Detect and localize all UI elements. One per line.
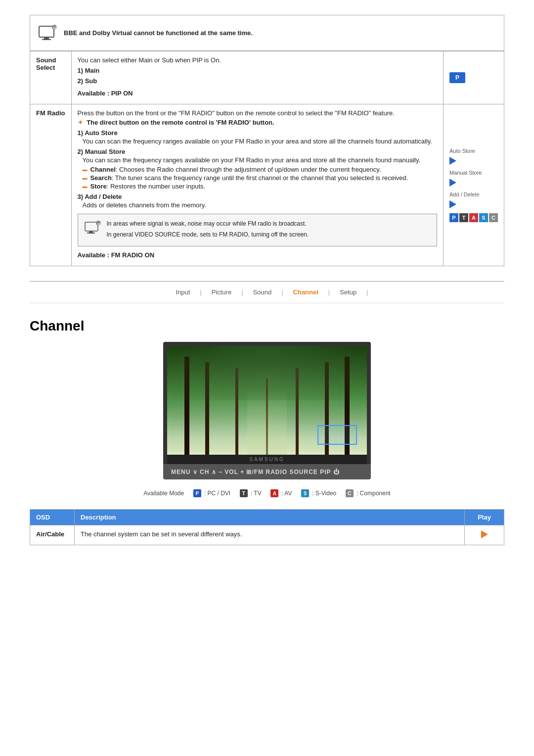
manual-store-icon-label: Manual Store	[449, 170, 482, 176]
sound-select-row: Sound Select You can select either Main …	[30, 51, 504, 104]
fm-radio-icon-cell: Auto Store Manual Store Add / Delete P T…	[444, 104, 504, 266]
nav-sound[interactable]: Sound	[243, 286, 282, 298]
sound-select-icon-cell: P	[444, 51, 504, 104]
ptasc-a: A	[469, 213, 478, 222]
add-delete-desc: Adds or deletes channels from the memory…	[83, 201, 438, 209]
svg-rect-0	[39, 26, 54, 37]
osd-cell-air-cable: Air/Cable	[30, 525, 75, 545]
auto-store-title: 1) Auto Store	[78, 129, 438, 137]
tv-controls: MENU ∨ CH ∧ − VOL + ⊞/FM RADIO SOURCE PI…	[163, 464, 371, 479]
nav-channel[interactable]: Channel	[283, 286, 328, 298]
store-sub-item: ▬ Store: Restores the number user inputs…	[83, 183, 438, 190]
tv-mockup: SAMSUNG MENU ∨ CH ∧ − VOL + ⊞/FM RADIO S…	[163, 342, 371, 479]
osd-header-play: Play	[465, 510, 504, 525]
fm-radio-available: Available : FM RADIO ON	[78, 251, 438, 259]
available-mode-label: Available Mode	[143, 490, 184, 497]
mode-svideo: : S-Video	[312, 490, 336, 497]
fm-radio-intro: Press the button on the front or the "FM…	[78, 109, 438, 117]
svg-text:UP: UP	[53, 26, 58, 30]
mode-badge-c: C	[346, 489, 354, 497]
add-delete-play-icon	[449, 200, 456, 208]
sound-select-content: You can select either Main or Sub when P…	[71, 51, 444, 104]
nav-input[interactable]: Input	[166, 286, 200, 298]
search-sub-item: ▬ Search: The tuner scans the frequency …	[83, 174, 438, 182]
osd-header-osd: OSD	[30, 510, 75, 525]
mode-badge-a: A	[270, 489, 278, 497]
mode-pc-dvi: : PC / DVI	[204, 490, 230, 497]
ptasc-p: P	[449, 213, 458, 222]
mode-badge-t: T	[240, 489, 248, 497]
nav-bar: Input | Picture | Sound | Channel | Setu…	[30, 281, 504, 303]
pc-dvi-icon: P	[449, 72, 465, 83]
tv-controls-text: MENU ∨ CH ∧ − VOL + ⊞/FM RADIO SOURCE PI…	[171, 469, 340, 475]
mode-component: : Component	[356, 490, 391, 497]
auto-store-icon-label: Auto Store	[449, 148, 475, 154]
fm-radio-highlight: ✦ The direct button on the remote contro…	[78, 119, 438, 126]
osd-cell-air-cable-play	[465, 525, 504, 545]
channel-sub-item: ▬ Channel: Chooses the Radio channel thr…	[83, 166, 438, 173]
add-delete-icon-label: Add / Delete	[449, 191, 480, 197]
svg-rect-7	[87, 233, 95, 234]
mode-badge-s: S	[301, 489, 309, 497]
channel-title: Channel	[30, 318, 504, 334]
sound-select-label: Sound Select	[30, 51, 72, 104]
osd-cell-air-cable-desc: The channel system can be set in several…	[75, 525, 465, 545]
tv-screen-wrapper: SAMSUNG	[163, 342, 371, 464]
mode-badge-p: P	[193, 489, 201, 497]
osd-table: OSD Description Play Air/Cable The chann…	[30, 509, 504, 545]
available-mode-bar: Available Mode P : PC / DVI T : TV A : A…	[30, 489, 504, 497]
tv-brand: SAMSUNG	[167, 455, 367, 464]
fm-radio-row: FM Radio Press the button on the front o…	[30, 104, 504, 266]
channel-section: Channel SAMSUNG	[30, 318, 504, 545]
nav-setup[interactable]: Setup	[330, 286, 366, 298]
fm-radio-content: Press the button on the front or the "FM…	[71, 104, 444, 266]
osd-row-air-cable: Air/Cable The channel system can be set …	[30, 525, 504, 545]
notice-text: BBE and Dolby Virtual cannot be function…	[64, 29, 253, 37]
fm-radio-icons: Auto Store Manual Store Add / Delete P T…	[449, 148, 498, 222]
main-content-table: Sound Select You can select either Main …	[30, 51, 504, 266]
tv-screen	[167, 346, 367, 455]
manual-store-play-icon	[449, 179, 456, 187]
nav-sep-5: |	[366, 288, 368, 296]
svg-rect-6	[89, 231, 93, 233]
ptasc-t: T	[459, 213, 468, 222]
fm-radio-note-text: In areas where signal is weak, noise may…	[107, 219, 309, 241]
nav-picture[interactable]: Picture	[202, 286, 241, 298]
air-cable-play-icon	[481, 530, 488, 538]
manual-store-desc: You can scan the frequency ranges availa…	[83, 156, 438, 164]
manual-store-title: 2) Manual Store	[78, 148, 438, 155]
osd-table-header-row: OSD Description Play	[30, 510, 504, 525]
auto-store-play-icon	[449, 157, 456, 165]
notice-box: UP BBE and Dolby Virtual cannot be funct…	[30, 15, 504, 51]
mode-tv: : TV	[251, 490, 262, 497]
svg-text:UP: UP	[97, 223, 101, 226]
fm-radio-label: FM Radio	[30, 104, 72, 266]
ptasc-c: C	[489, 213, 498, 222]
fm-radio-note: UP In areas where signal is weak, noise …	[78, 214, 438, 246]
svg-rect-1	[44, 37, 49, 39]
osd-header-description: Description	[75, 510, 465, 525]
ptasc-bar: P T A S C	[449, 213, 498, 222]
tv-screen-overlay	[167, 346, 367, 455]
ptasc-s: S	[479, 213, 488, 222]
mode-av: : AV	[281, 490, 292, 497]
notice-icon: UP	[38, 22, 58, 44]
auto-store-desc: You can scan the frequency ranges availa…	[83, 138, 438, 145]
svg-rect-2	[42, 39, 51, 40]
add-delete-title: 3) Add / Delete	[78, 193, 438, 200]
